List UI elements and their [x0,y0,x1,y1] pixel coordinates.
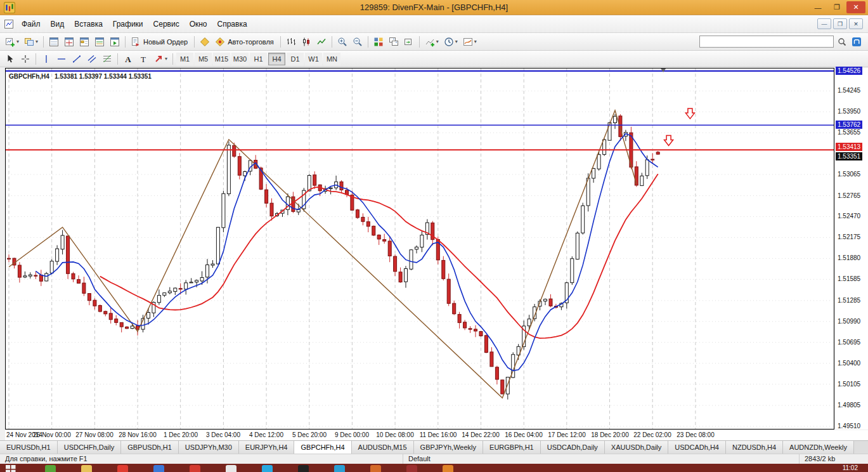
community-button[interactable] [850,36,863,48]
arrows-button[interactable]: ▾ [151,52,170,66]
crosshair-button[interactable] [18,52,33,66]
cursor-button[interactable] [3,52,18,66]
timeframe-m15[interactable]: M15 [213,53,230,65]
price-chart-svg[interactable] [5,68,834,429]
chart-tab-audnzdh-weekly[interactable]: AUDNZDh,Weekly [783,441,854,454]
text-button[interactable]: A [120,52,136,66]
chart-tab-nzdusdh-h4[interactable]: NZDUSDh,H4 [726,441,783,454]
text-label-button[interactable]: T [136,52,151,66]
new-chart-button[interactable]: ▾ [3,35,22,49]
taskbar-icon-explorer[interactable] [79,464,94,472]
time-tick-label: 27 Nov 08:00 [75,431,113,438]
indicators-button[interactable]: ▾ [422,35,441,49]
time-tick-label: 1 Dec 20:00 [164,431,198,438]
chart-tab-eurjpyh-h4[interactable]: EURJPYh,H4 [239,441,295,454]
terminal-button[interactable] [92,35,107,49]
app-white-icon [226,465,236,472]
chart-candles-button[interactable] [299,35,314,49]
chart-line-button[interactable] [314,35,329,49]
search-cluster [699,36,863,48]
chart-tab-usdjpyh-m30[interactable]: USDJPYh,M30 [179,441,239,454]
mdi-close-chart-button[interactable]: ✕ [849,18,863,29]
timeframe-m1[interactable]: M1 [176,53,193,65]
strategy-tester-button[interactable] [107,35,122,49]
metaeditor-button[interactable] [197,35,212,49]
periods-button[interactable]: ▾ [441,35,460,49]
cascade-windows-button[interactable] [386,35,401,49]
app-red-icon [190,465,200,472]
toolbar-standard: ▾▾Новый ОрдерАвто-торговля▾▾▾ [0,33,868,51]
taskbar-icon-app-dark[interactable] [295,464,311,472]
new-order-label: Новый Ордер [142,38,189,46]
channel-icon [87,54,97,64]
menu-item-1[interactable]: Вид [46,17,70,31]
search-input[interactable] [699,36,834,48]
market-watch-button[interactable] [46,35,62,49]
timeframe-h4[interactable]: H4 [268,53,285,65]
chart-tab-gbpchfh-h4[interactable]: GBPCHFh,H4 [294,441,351,454]
chart-tabs-bar: EURUSDh,H1USDCHFh,DailyGBPUSDh,H1USDJPYh… [0,440,868,454]
menu-item-0[interactable]: Файл [16,17,46,31]
taskbar-icon-app-orange[interactable] [440,464,455,472]
chart-tab-usdchfh-daily[interactable]: USDCHFh,Daily [58,441,121,454]
timeframe-h1[interactable]: H1 [250,53,267,65]
search-button[interactable] [836,36,848,48]
menu-item-5[interactable]: Окно [185,17,212,31]
price-tick-label: 1.49510 [838,423,860,430]
svg-text:A: A [125,54,131,63]
chart-tab-usdcadh-daily[interactable]: USDCADh,Daily [541,441,605,454]
timeframe-m30[interactable]: M30 [231,53,249,65]
menu-item-3[interactable]: Графики [108,17,148,31]
chart-tab-gbpusdh-h1[interactable]: GBPUSDh,H1 [121,441,179,454]
templates-button[interactable]: ▾ [460,35,479,49]
timeframe-m5[interactable]: M5 [195,53,212,65]
chart-bars-button[interactable] [283,35,299,49]
chart-area: 1.542451.539501.536551.530651.527651.524… [0,67,868,440]
data-window-button[interactable] [62,35,77,49]
toolbar-separator [125,36,126,48]
fibonacci-icon [102,54,112,64]
trendline-button[interactable] [69,52,84,66]
fibonacci-button[interactable] [100,52,115,66]
taskbar-icon-app-red[interactable] [187,464,202,472]
start-button[interactable] [0,464,22,472]
new-order-button[interactable]: Новый Ордер [128,35,191,49]
status-traffic: 2843/2 kb [800,454,868,464]
autotrading-button[interactable]: Авто-торговля [212,35,278,49]
mdi-minimize-chart-button[interactable]: — [817,18,831,29]
menu-item-2[interactable]: Вставка [69,17,108,31]
hline-button[interactable] [54,52,69,66]
profiles-button[interactable]: ▾ [22,35,41,49]
chart-tab-xauusdh-daily[interactable]: XAUUSDh,Daily [605,441,668,454]
chart-tab-gbpjpyh-weekly[interactable]: GBPJPYh,Weekly [414,441,483,454]
window-restore-button[interactable]: ❐ [827,1,846,13]
taskbar-icon-gear[interactable] [368,464,383,472]
zoom-out-button[interactable] [350,35,365,49]
window-minimize-button[interactable]: — [808,1,827,13]
taskbar-icon-telegram[interactable] [259,464,275,472]
timeframe-d1[interactable]: D1 [287,53,304,65]
zoom-in-button[interactable] [335,35,350,49]
vline-button[interactable] [39,52,54,66]
chart-tab-audusdh-m15[interactable]: AUDUSDh,M15 [352,441,414,454]
price-tick-label: 1.53655 [838,129,860,136]
taskbar-icon-opera[interactable] [115,464,130,472]
mdi-restore-chart-button[interactable]: ❐ [833,18,847,29]
tile-windows-button[interactable] [371,35,386,49]
arrange-windows-button[interactable] [401,35,417,49]
taskbar-icon-app-white[interactable] [223,464,238,472]
chart-tab-eurgbph-h1[interactable]: EURGBPh,H1 [483,441,541,454]
menu-item-4[interactable]: Сервис [148,17,185,31]
chart-tab-eurusdh-h1[interactable]: EURUSDh,H1 [0,441,58,454]
taskbar-icon-app-maroon[interactable] [404,464,419,472]
navigator-button[interactable] [77,35,92,49]
taskbar-icon-app-blue[interactable] [151,464,166,472]
menu-item-6[interactable]: Справка [212,17,252,31]
chart-tab-usdcadh-h4[interactable]: USDCADh,H4 [668,441,726,454]
window-close-button[interactable]: ✕ [846,1,865,13]
channel-button[interactable] [84,52,100,66]
taskbar-icon-app-green[interactable] [42,464,58,472]
timeframe-mn[interactable]: MN [323,53,340,65]
taskbar-icon-ie[interactable] [332,464,347,472]
timeframe-w1[interactable]: W1 [305,53,322,65]
